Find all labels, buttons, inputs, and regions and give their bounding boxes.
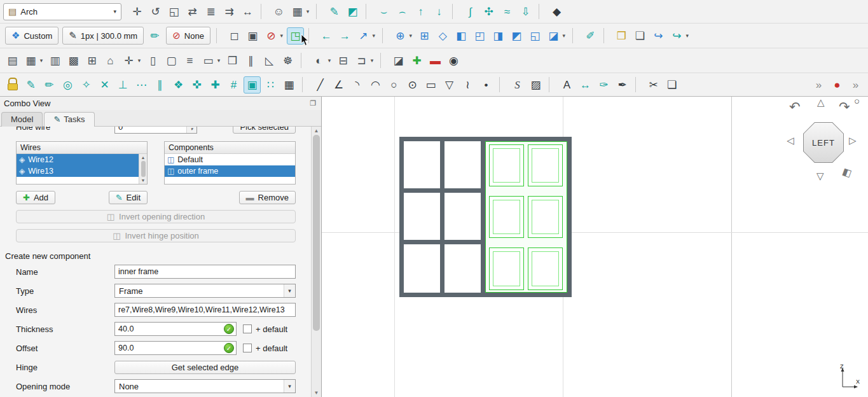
- mirror-icon[interactable]: ⇄: [184, 3, 201, 20]
- wire-list-item[interactable]: ◈ Wire12: [17, 154, 139, 165]
- edit-button[interactable]: ✎ Edit: [109, 191, 148, 204]
- structure-dropdown-icon[interactable]: ▾: [38, 52, 45, 69]
- hole-wire-spinbox[interactable]: 0 ▴▾: [114, 127, 197, 134]
- bottom-view-icon[interactable]: ◱: [527, 27, 544, 45]
- ellipse-icon[interactable]: ⊙: [404, 76, 421, 94]
- name-input[interactable]: inner frame: [114, 265, 296, 279]
- nav-right-arrow-icon[interactable]: ▷: [849, 135, 857, 146]
- label-icon[interactable]: ✑: [595, 76, 612, 94]
- offset-input[interactable]: 90.0: [114, 341, 237, 355]
- truss-icon[interactable]: ◺: [261, 52, 278, 69]
- dimension-icon[interactable]: ↔: [577, 76, 594, 94]
- scroll-thumb[interactable]: [141, 161, 146, 177]
- construction-mode-icon[interactable]: ✏: [146, 27, 163, 45]
- selected-outer-frame[interactable]: [485, 141, 567, 293]
- snap-working-plane-icon[interactable]: ▣: [244, 76, 261, 94]
- nav-minicube-icon[interactable]: ◧: [841, 165, 853, 179]
- nav-cube-face-label[interactable]: LEFT: [804, 123, 843, 162]
- link-actions-icon[interactable]: ↪: [668, 27, 685, 45]
- array-dropdown-icon[interactable]: ▾: [304, 3, 312, 20]
- rotate-cw-arrow-icon[interactable]: ↷: [839, 99, 850, 115]
- survey-icon[interactable]: ◉: [445, 52, 462, 69]
- highlight-subelement-icon[interactable]: ◩: [344, 3, 361, 20]
- add-button[interactable]: ✚ Add: [16, 191, 55, 204]
- text-icon[interactable]: A: [558, 76, 575, 94]
- navigation-cube[interactable]: LEFT: [803, 122, 844, 163]
- create-part-icon[interactable]: ❒: [613, 27, 630, 45]
- space-icon[interactable]: ▢: [163, 52, 180, 69]
- wire-list-item[interactable]: ◈ Wire13: [17, 165, 139, 177]
- box-selection-icon[interactable]: ◻: [226, 27, 243, 45]
- array-icon[interactable]: ▦: [289, 3, 306, 20]
- right-view-icon[interactable]: ◨: [490, 27, 507, 45]
- schedule-icon[interactable]: ⊟: [334, 52, 352, 69]
- stretch-icon[interactable]: ↔: [239, 3, 256, 20]
- snap-extension-icon[interactable]: ⋯: [133, 76, 150, 94]
- draft-to-sketch-icon[interactable]: ≈: [499, 3, 516, 20]
- rectangle-icon[interactable]: ▭: [422, 76, 439, 94]
- snap-parallel-icon[interactable]: ∥: [151, 76, 169, 94]
- snap-intersection-icon[interactable]: ✕: [96, 76, 113, 94]
- wires-input[interactable]: re7,Wire8,Wire9,Wire10,Wire11,Wire12,Wir…: [114, 303, 296, 317]
- pick-selected-button[interactable]: Pick selected: [233, 127, 296, 134]
- remove-component-icon[interactable]: ▬: [427, 52, 444, 69]
- polygon-icon[interactable]: ▽: [441, 76, 458, 94]
- arc-icon[interactable]: ◠: [367, 76, 384, 94]
- draft-style-button[interactable]: ❖ Custom: [5, 27, 59, 45]
- split-icon[interactable]: ⌢: [394, 3, 411, 20]
- nav-back-icon[interactable]: ←: [318, 27, 335, 45]
- fit-all-icon[interactable]: ⊞: [416, 27, 433, 45]
- nav-down-arrow-icon[interactable]: ▽: [816, 171, 824, 182]
- pipe-dropdown-icon[interactable]: ▾: [368, 52, 376, 69]
- zoom-icon[interactable]: ⊕: [392, 27, 409, 45]
- box-element-selection-icon[interactable]: ▣: [244, 27, 261, 45]
- facebinder-icon[interactable]: ☺: [270, 3, 287, 20]
- toggle-selectability-icon[interactable]: ⊘: [263, 27, 280, 45]
- material-dropdown-icon[interactable]: ▾: [326, 52, 333, 69]
- snap-lock-icon[interactable]: [4, 76, 21, 94]
- scroll-thumb[interactable]: [313, 135, 320, 331]
- snap-near-icon[interactable]: ✜: [188, 76, 205, 94]
- invert-hinge-position-button[interactable]: ◫ Invert hinge position: [16, 229, 296, 242]
- views-dropdown-icon[interactable]: ▾: [560, 27, 568, 45]
- panel-icon[interactable]: ▭: [200, 52, 217, 69]
- material-icon[interactable]: ◐: [310, 52, 327, 69]
- front-view-icon[interactable]: ◧: [453, 27, 470, 45]
- shapestring-icon[interactable]: S: [509, 76, 526, 94]
- window-icon[interactable]: ⊞: [83, 52, 100, 69]
- scroll-down-icon[interactable]: ▼: [312, 390, 321, 396]
- thickness-default-checkbox[interactable]: [243, 324, 252, 333]
- wire-to-bspline-icon[interactable]: ∫: [462, 3, 479, 20]
- polyline-icon[interactable]: ∠: [330, 76, 347, 94]
- 3d-viewport[interactable]: ↶ △ ↷ ○ ◁ LEFT ▷ ▽ ◧ Z X: [322, 97, 868, 397]
- upgrade-icon[interactable]: ↑: [412, 3, 429, 20]
- create-group-icon[interactable]: ❏: [631, 27, 649, 45]
- scale-icon[interactable]: ◱: [165, 3, 183, 20]
- left-view-icon[interactable]: ◪: [545, 27, 562, 45]
- move-icon[interactable]: ✛: [128, 3, 146, 20]
- wall-icon[interactable]: ▤: [4, 52, 21, 69]
- spin-arrows-icon[interactable]: ▴▾: [186, 127, 196, 133]
- fence-icon[interactable]: ∥: [242, 52, 259, 69]
- axis-dropdown-icon[interactable]: ▾: [135, 52, 143, 69]
- door-icon[interactable]: ▯: [144, 52, 162, 69]
- snap-special-icon[interactable]: ❖: [170, 76, 187, 94]
- nav-sphere-icon[interactable]: ○: [854, 97, 860, 106]
- shape-2d-view-icon[interactable]: ⇩: [517, 3, 534, 20]
- remove-button[interactable]: ▬ Remove: [239, 191, 296, 204]
- selectability-dropdown-icon[interactable]: ▾: [278, 27, 286, 45]
- frame-icon[interactable]: ❒: [224, 52, 241, 69]
- trimex-icon[interactable]: ⇉: [221, 3, 238, 20]
- add-point-icon[interactable]: ✣: [480, 3, 497, 20]
- zoom-dropdown-icon[interactable]: ▾: [407, 27, 415, 45]
- nav-left-arrow-icon[interactable]: ◁: [787, 135, 794, 146]
- axis-icon[interactable]: ✛: [120, 52, 137, 69]
- link-actions-dropdown-icon[interactable]: ▾: [684, 27, 691, 45]
- pipe-icon[interactable]: ⊐: [353, 52, 370, 69]
- overflow-icon[interactable]: »: [810, 76, 827, 94]
- point-icon[interactable]: •: [478, 76, 495, 94]
- autogroup-button[interactable]: ⊘ None: [166, 27, 210, 45]
- nav-forward-icon[interactable]: →: [336, 27, 354, 45]
- rotate-icon[interactable]: ↺: [147, 3, 164, 20]
- type-select[interactable]: Frame ▾: [114, 284, 296, 298]
